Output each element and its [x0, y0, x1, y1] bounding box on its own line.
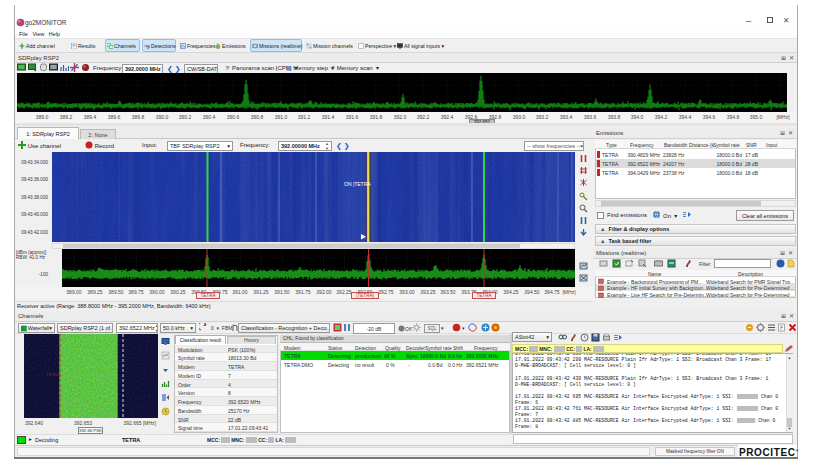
svg-text:ON |TETRA: ON |TETRA — [344, 181, 371, 187]
svg-text:TETRA: TETRA — [46, 372, 60, 377]
